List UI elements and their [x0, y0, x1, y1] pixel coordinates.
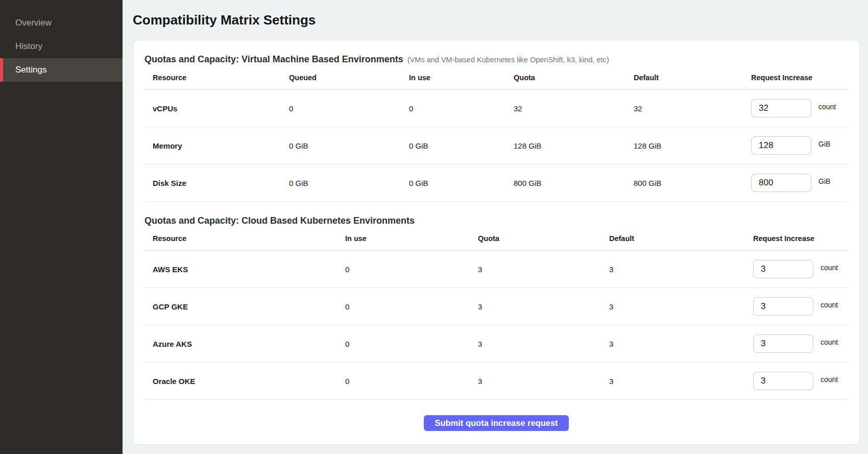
default-value: 128 GiB	[634, 141, 751, 150]
column-header-in-use: In use	[345, 234, 478, 243]
aws-eks-request-input[interactable]	[753, 260, 813, 278]
request-increase-cell: count	[751, 99, 849, 117]
request-increase-cell: count	[753, 372, 849, 390]
table-row-memory: Memory 0 GiB 0 GiB 128 GiB 128 GiB GiB	[143, 127, 849, 164]
sidebar-item-label: History	[15, 41, 42, 52]
oracle-oke-request-input[interactable]	[753, 372, 813, 390]
table-row-vcpus: vCPUs 0 0 32 32 count	[143, 90, 849, 127]
unit-label: count	[821, 264, 838, 272]
unit-label: GiB	[818, 177, 830, 185]
table-row-gcp-gke: GCP GKE 0 3 3 count	[143, 288, 849, 325]
sidebar-item-label: Overview	[15, 18, 52, 28]
in-use-value: 0	[345, 302, 478, 311]
request-increase-cell: GiB	[751, 136, 849, 155]
quota-value: 128 GiB	[514, 141, 634, 150]
memory-request-input[interactable]	[751, 136, 811, 155]
disk-size-request-input[interactable]	[751, 174, 811, 192]
unit-label: count	[821, 301, 838, 309]
sidebar-item-label: Settings	[15, 65, 46, 75]
request-increase-cell: count	[753, 260, 849, 278]
column-header-request-increase: Request Increase	[751, 74, 849, 82]
submit-quota-increase-button[interactable]: Submit quota increase request	[424, 415, 568, 431]
queued-value: 0 GiB	[289, 141, 409, 150]
table-row-aws-eks: AWS EKS 0 3 3 count	[143, 251, 849, 288]
queued-value: 0	[289, 104, 409, 113]
in-use-value: 0	[345, 265, 478, 274]
cloud-table-header: Resource In use Quota Default Request In…	[143, 226, 849, 251]
in-use-value: 0	[345, 377, 478, 386]
gcp-gke-request-input[interactable]	[753, 297, 813, 316]
default-value: 3	[609, 302, 753, 311]
default-value: 32	[634, 104, 751, 113]
column-header-quota: Quota	[514, 74, 634, 82]
column-header-quota: Quota	[478, 234, 609, 243]
unit-label: count	[818, 103, 836, 111]
resource-name: AWS EKS	[153, 265, 345, 274]
column-header-queued: Queued	[289, 74, 409, 82]
in-use-value: 0	[345, 340, 478, 348]
in-use-value: 0 GiB	[409, 179, 514, 187]
page-title: Compatibility Matrix Settings	[133, 12, 860, 28]
vm-section-title-text: Quotas and Capacity: Virtual Machine Bas…	[144, 54, 403, 65]
sidebar-item-settings[interactable]: Settings	[0, 58, 123, 82]
sidebar-item-history[interactable]: History	[0, 35, 123, 58]
resource-name: Memory	[153, 141, 289, 150]
default-value: 3	[609, 377, 753, 386]
vcpus-request-input[interactable]	[751, 99, 811, 117]
in-use-value: 0	[409, 104, 514, 113]
resource-name: Disk Size	[153, 179, 289, 187]
unit-label: count	[821, 375, 838, 384]
unit-label: count	[821, 338, 838, 346]
request-increase-cell: GiB	[751, 174, 849, 192]
settings-card: Quotas and Capacity: Virtual Machine Bas…	[133, 40, 860, 445]
quota-value: 3	[478, 302, 609, 311]
button-bar: Submit quota increase request	[143, 415, 849, 431]
sidebar-item-overview[interactable]: Overview	[0, 11, 123, 35]
column-header-default: Default	[634, 74, 751, 82]
quota-value: 32	[514, 104, 634, 113]
in-use-value: 0 GiB	[409, 141, 514, 150]
quota-value: 800 GiB	[514, 179, 634, 187]
default-value: 800 GiB	[634, 179, 751, 187]
quota-value: 3	[478, 265, 609, 274]
unit-label: GiB	[818, 140, 830, 148]
resource-name: GCP GKE	[153, 302, 345, 311]
azure-aks-request-input[interactable]	[753, 334, 813, 353]
sidebar: Overview History Settings	[0, 0, 123, 454]
default-value: 3	[609, 340, 753, 348]
default-value: 3	[609, 265, 753, 274]
queued-value: 0 GiB	[289, 179, 409, 187]
quota-value: 3	[478, 377, 609, 386]
resource-name: vCPUs	[153, 104, 289, 113]
resource-name: Oracle OKE	[153, 377, 345, 386]
column-header-request-increase: Request Increase	[753, 234, 849, 243]
cloud-section-title: Quotas and Capacity: Cloud Based Kuberne…	[144, 215, 849, 226]
resource-name: Azure AKS	[153, 340, 345, 348]
table-row-oracle-oke: Oracle OKE 0 3 3 count	[143, 363, 849, 400]
vm-section-title: Quotas and Capacity: Virtual Machine Bas…	[144, 54, 849, 65]
vm-section-subtitle: (VMs and VM-based Kubernetes like OpenSh…	[407, 54, 609, 65]
column-header-resource: Resource	[153, 234, 345, 243]
table-row-disk-size: Disk Size 0 GiB 0 GiB 800 GiB 800 GiB Gi…	[143, 164, 849, 202]
main-content: Compatibility Matrix Settings Quotas and…	[123, 0, 868, 454]
table-row-azure-aks: Azure AKS 0 3 3 count	[143, 325, 849, 363]
request-increase-cell: count	[753, 334, 849, 353]
cloud-section-title-text: Quotas and Capacity: Cloud Based Kuberne…	[144, 215, 415, 226]
request-increase-cell: count	[753, 297, 849, 316]
vm-table-header: Resource Queued In use Quota Default Req…	[143, 65, 849, 90]
column-header-in-use: In use	[409, 74, 514, 82]
quota-value: 3	[478, 340, 609, 348]
column-header-resource: Resource	[153, 74, 289, 82]
column-header-default: Default	[609, 234, 753, 243]
